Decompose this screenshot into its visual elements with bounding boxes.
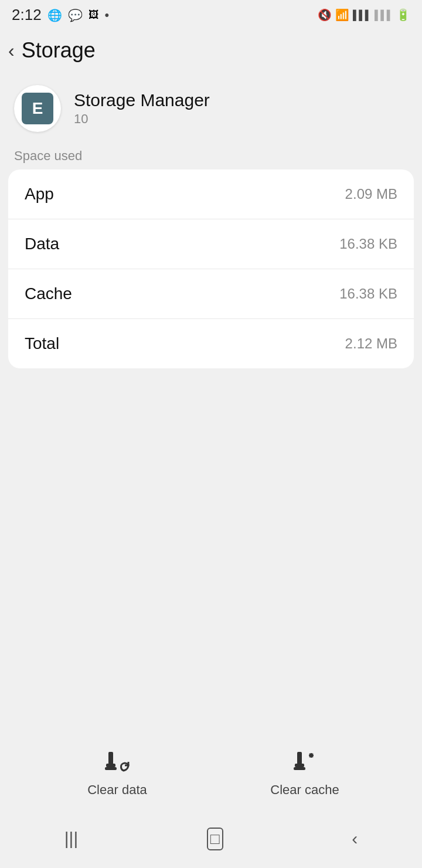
app-text: Storage Manager 10 [74, 90, 210, 127]
app-version: 10 [74, 111, 210, 127]
signal2-icon: ▌▌▌ [375, 10, 393, 21]
storage-row-app: App 2.09 MB [8, 169, 414, 219]
top-nav: ‹ Storage [0, 28, 422, 71]
mute-icon: 🔇 [318, 8, 332, 22]
signal1-icon: ▌▌▌ [353, 10, 371, 21]
app-name: Storage Manager [74, 90, 210, 110]
whatsapp-icon: 💬 [68, 8, 83, 22]
storage-card: App 2.09 MB Data 16.38 KB Cache 16.38 KB… [8, 169, 414, 368]
recent-apps-button[interactable]: ||| [64, 829, 78, 849]
app-icon: E [22, 93, 53, 124]
storage-label-cache: Cache [25, 284, 72, 303]
clear-cache-icon [290, 747, 319, 777]
storage-label-total: Total [25, 334, 59, 353]
storage-value-cache: 16.38 KB [339, 286, 397, 302]
dot-icon: • [105, 8, 110, 23]
svg-rect-1 [106, 764, 115, 767]
image-icon: 🖼 [89, 9, 99, 21]
status-time: 2:12 [12, 6, 42, 24]
clear-data-button[interactable]: Clear data [70, 747, 164, 798]
clear-data-icon [103, 747, 132, 777]
back-button[interactable]: ‹ [8, 41, 15, 60]
back-nav-button[interactable]: ‹ [352, 829, 358, 849]
status-bar: 2:12 🌐 💬 🖼 • 🔇 📶 ▌▌▌ ▌▌▌ 🔋 [0, 0, 422, 28]
home-button[interactable]: □ [207, 828, 223, 850]
bottom-actions: Clear data Clear cache [0, 735, 422, 809]
nav-bar: ||| □ ‹ [0, 809, 422, 868]
section-label: Space used [0, 148, 422, 169]
svg-rect-4 [295, 764, 304, 767]
storage-row-data: Data 16.38 KB [8, 219, 414, 269]
storage-value-data: 16.38 KB [339, 236, 397, 252]
app-info: E Storage Manager 10 [0, 71, 422, 148]
battery-icon: 🔋 [396, 8, 410, 22]
clear-data-label: Clear data [87, 782, 147, 798]
storage-label-app: App [25, 185, 54, 204]
storage-value-total: 2.12 MB [345, 335, 397, 352]
app-icon-wrapper: E [14, 85, 61, 132]
svg-rect-2 [105, 767, 117, 770]
storage-label-data: Data [25, 235, 59, 253]
page-title: Storage [22, 38, 96, 63]
svg-rect-0 [108, 752, 113, 765]
status-right-icons: 🔇 📶 ▌▌▌ ▌▌▌ 🔋 [318, 8, 410, 22]
storage-row-cache: Cache 16.38 KB [8, 269, 414, 319]
app-icon-letter: E [32, 99, 43, 118]
storage-row-total: Total 2.12 MB [8, 319, 414, 368]
globe-icon: 🌐 [47, 8, 62, 22]
svg-rect-3 [297, 752, 302, 765]
storage-value-app: 2.09 MB [345, 186, 397, 202]
svg-rect-5 [294, 767, 305, 770]
wifi-icon: 📶 [335, 8, 349, 22]
clear-cache-button[interactable]: Clear cache [258, 747, 352, 798]
clear-cache-label: Clear cache [270, 782, 339, 798]
